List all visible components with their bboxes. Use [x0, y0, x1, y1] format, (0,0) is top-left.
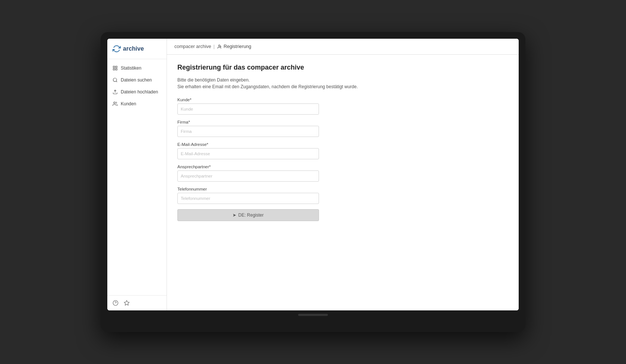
form-description: Bitte die benötigten Daten eingeben. Sie… [177, 77, 508, 90]
svg-rect-1 [116, 66, 117, 68]
chart-icon [113, 66, 118, 71]
search-icon [113, 77, 118, 83]
label-ansprechpartner: Ansprechpartner* [177, 165, 508, 169]
laptop-bottom [107, 313, 519, 317]
label-telefonnummer: Telefonnummer [177, 187, 508, 191]
upload-icon [113, 89, 118, 95]
label-kunde: Kunde* [177, 98, 508, 102]
svg-rect-3 [116, 68, 117, 70]
form-group-ansprechpartner: Ansprechpartner* [177, 165, 508, 182]
submit-icon: ➤ [233, 213, 236, 218]
svg-rect-0 [113, 66, 115, 68]
main-content: compacer archive | Registrierung [167, 39, 519, 310]
input-kunde[interactable] [177, 103, 319, 115]
users-icon [113, 101, 118, 106]
page-area: Registrierung für das compacer archive B… [167, 55, 519, 310]
description-line1: Bitte die benötigten Daten eingeben. [177, 77, 508, 83]
svg-line-5 [116, 81, 117, 82]
svg-point-11 [218, 45, 220, 46]
breadcrumb-separator: | [214, 44, 215, 49]
form-group-kunde: Kunde* [177, 98, 508, 115]
laptop-frame: archive Statistiken [101, 32, 525, 332]
description-line2: Sie erhalten eine Email mit den Zugangsd… [177, 83, 508, 90]
registration-form: Kunde* Firma* E-Mail-Adresse* An [177, 98, 508, 221]
svg-marker-10 [124, 300, 129, 305]
form-group-telefonnummer: Telefonnummer [177, 187, 508, 204]
sidebar-nav: Statistiken Dateien suchen [107, 59, 167, 295]
input-telefonnummer[interactable] [177, 193, 319, 204]
submit-label: DE: Register [238, 213, 263, 218]
laptop-notch [298, 314, 328, 316]
label-email: E-Mail-Adresse* [177, 142, 508, 147]
label-firma: Firma* [177, 120, 508, 124]
logo-text: archive [123, 45, 144, 52]
sidebar-label-dateien-suchen: Dateien suchen [121, 77, 152, 83]
sidebar-item-dateien-suchen[interactable]: Dateien suchen [107, 74, 167, 86]
archive-logo-icon [113, 45, 121, 53]
input-email[interactable] [177, 148, 319, 159]
sidebar-footer [107, 295, 167, 310]
form-group-email: E-Mail-Adresse* [177, 142, 508, 159]
svg-point-4 [113, 78, 117, 82]
breadcrumb-parent: compacer archive [174, 44, 211, 49]
laptop-screen: archive Statistiken [107, 39, 519, 310]
sidebar-item-dateien-hochladen[interactable]: Dateien hochladen [107, 86, 167, 98]
sidebar-label-dateien-hochladen: Dateien hochladen [121, 89, 158, 95]
breadcrumb-current: Registrierung [217, 44, 251, 49]
breadcrumb-current-label: Registrierung [224, 44, 251, 49]
breadcrumb: compacer archive | Registrierung [167, 39, 519, 55]
input-firma[interactable] [177, 126, 319, 137]
help-icon[interactable] [113, 300, 118, 306]
sidebar-item-kunden[interactable]: Kunden [107, 98, 167, 110]
sidebar-item-statistiken[interactable]: Statistiken [107, 62, 167, 74]
sidebar-label-kunden: Kunden [121, 101, 136, 106]
star-icon[interactable] [124, 300, 130, 306]
form-group-firma: Firma* [177, 120, 508, 137]
sidebar-logo[interactable]: archive [107, 39, 167, 59]
input-ansprechpartner[interactable] [177, 170, 319, 182]
submit-button[interactable]: ➤ DE: Register [177, 209, 319, 221]
svg-rect-2 [113, 68, 115, 70]
app-container: archive Statistiken [107, 39, 519, 310]
page-title: Registrierung für das compacer archive [177, 64, 508, 71]
svg-point-7 [114, 102, 116, 104]
sidebar-label-statistiken: Statistiken [121, 66, 141, 71]
sidebar: archive Statistiken [107, 39, 167, 310]
user-plus-icon [217, 44, 222, 49]
